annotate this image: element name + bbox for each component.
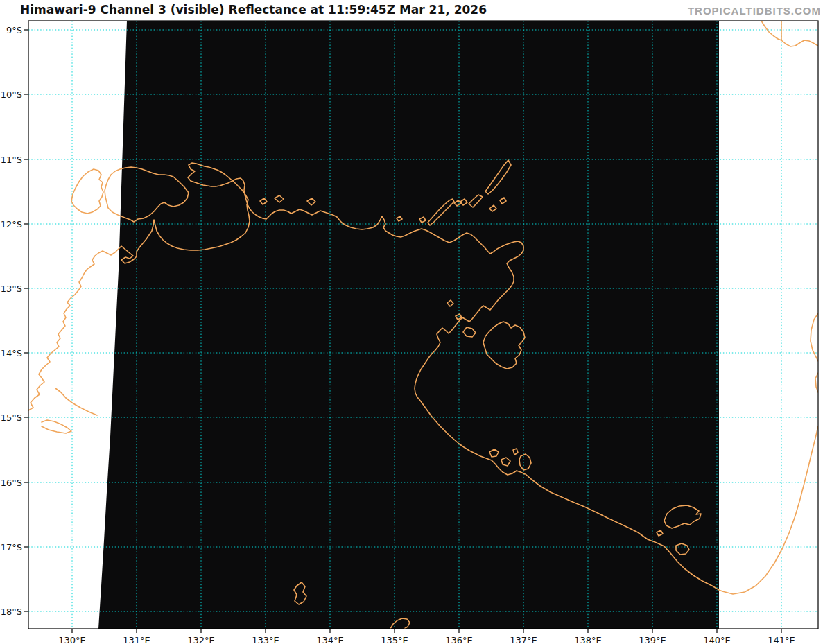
lon-label: 140°E bbox=[703, 635, 731, 644]
lon-label: 135°E bbox=[381, 635, 408, 644]
lat-label: 18°S bbox=[1, 607, 22, 617]
lon-label: 136°E bbox=[445, 635, 473, 644]
lon-label: 139°E bbox=[639, 635, 666, 644]
lon-label: 132°E bbox=[187, 635, 215, 644]
lon-label: 137°E bbox=[510, 635, 537, 644]
satellite-map-image[interactable]: 9°S10°S11°S12°S13°S14°S15°S16°S17°S18°S1… bbox=[0, 0, 832, 644]
lat-label: 16°S bbox=[1, 478, 22, 488]
lon-label: 133°E bbox=[252, 635, 279, 644]
lon-label: 141°E bbox=[768, 635, 795, 644]
satellite-data-region bbox=[98, 21, 719, 629]
lon-label: 138°E bbox=[574, 635, 602, 644]
lat-label: 9°S bbox=[6, 25, 22, 35]
lat-label: 10°S bbox=[1, 89, 22, 100]
lon-label: 134°E bbox=[316, 635, 344, 644]
lat-label: 15°S bbox=[1, 412, 22, 423]
lon-label: 130°E bbox=[58, 635, 86, 644]
lat-label: 11°S bbox=[1, 155, 22, 165]
lat-label: 14°S bbox=[1, 348, 22, 358]
lat-label: 13°S bbox=[1, 284, 22, 294]
lat-label: 17°S bbox=[1, 542, 22, 552]
app-root: Himawari-9 Channel 3 (visible) Reflectan… bbox=[0, 0, 832, 644]
lon-label: 131°E bbox=[123, 635, 150, 644]
lat-label: 12°S bbox=[1, 219, 22, 229]
